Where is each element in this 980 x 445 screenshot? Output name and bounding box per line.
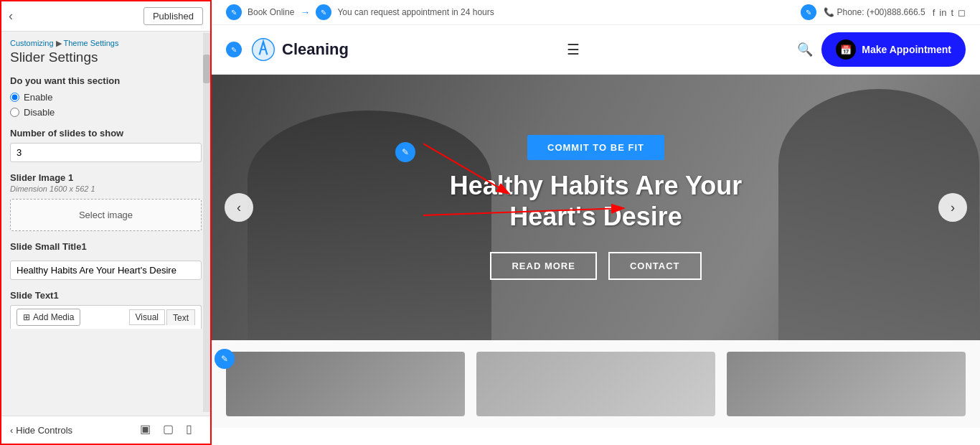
cards-section: ✎ [212, 340, 980, 428]
announce-edit-icon[interactable]: ✎ [316, 4, 331, 20]
announce-middle-text: You can request appointment in 24 hours [337, 7, 494, 17]
disable-radio-text: Disable [24, 107, 55, 118]
close-icon[interactable]: ‹ [9, 9, 13, 24]
phone-edit-icon[interactable]: ✎ [801, 4, 816, 20]
add-media-label: Add Media [33, 312, 74, 322]
card-1-image [226, 352, 465, 416]
slide-title-input[interactable]: Healthy Habits Are Your Heart's Desire [10, 261, 202, 280]
header-nav: ☰ [357, 41, 788, 58]
enable-radio-input[interactable] [10, 93, 19, 102]
logo-icon [250, 37, 276, 62]
slide-text-label: Slide Text1 [10, 290, 202, 301]
card-3-image [727, 352, 966, 416]
announcement-bar: ✎ Book Online → ✎ You can request appoin… [212, 0, 980, 25]
logo-area[interactable]: Cleaning [250, 37, 349, 62]
contact-button[interactable]: CONTACT [608, 252, 702, 280]
section-question-label: Do you want this section [10, 75, 202, 86]
calendar-icon: 📅 [836, 39, 856, 60]
breadcrumb-customizing[interactable]: Customizing [10, 39, 54, 47]
media-add-icon: ⊞ [23, 312, 30, 322]
hero-section: ‹ › ✎ COMMIT TO BE FIT Healthy Habits Ar… [212, 75, 980, 340]
facebook-icon[interactable]: f [933, 7, 936, 18]
make-appointment-button[interactable]: 📅 Make Appointment [821, 32, 966, 67]
book-online-edit-icon[interactable]: ✎ [226, 4, 242, 20]
hamburger-icon[interactable]: ☰ [567, 41, 580, 58]
editor-tabs: Visual Text [129, 309, 195, 325]
disable-radio-input[interactable] [10, 108, 19, 117]
make-appointment-label: Make Appointment [862, 44, 951, 55]
breadcrumb-theme-settings[interactable]: Theme Settings [63, 39, 118, 47]
read-more-button[interactable]: READ MORE [490, 252, 596, 280]
site-header: ✎ Cleaning ☰ 🔍 📅 Make Appointment [212, 25, 980, 75]
phone-text: 📞 Phone: (+00)888.666.5 [824, 7, 925, 17]
hero-prev-button[interactable]: ‹ [225, 193, 253, 222]
panel-bottom-bar: ‹ Hide Controls ▣ ▢ ▯ [1, 416, 210, 444]
card-1 [226, 352, 465, 416]
book-online-text: Book Online [248, 7, 294, 17]
enable-radio-group: Enable Disable [10, 92, 202, 118]
scrollbar-track[interactable] [203, 33, 210, 412]
hero-next-button[interactable]: › [938, 193, 967, 222]
hero-cta-buttons: READ MORE CONTACT [417, 252, 776, 280]
enable-radio-text: Enable [24, 92, 52, 103]
published-button[interactable]: Published [143, 7, 203, 25]
hide-controls-label: Hide Controls [16, 425, 72, 436]
header-edit-icon[interactable]: ✎ [226, 42, 242, 57]
enable-radio-label[interactable]: Enable [10, 92, 202, 103]
mobile-icon[interactable]: ▯ [186, 422, 202, 438]
website-preview: ✎ Book Online → ✎ You can request appoin… [212, 0, 980, 445]
hide-controls-button[interactable]: ‹ Hide Controls [10, 425, 72, 436]
monitor-icon[interactable]: ▣ [140, 422, 156, 438]
view-mode-icons: ▣ ▢ ▯ [140, 422, 202, 438]
customizer-panel: ‹ Published Customizing ▶ Theme Settings… [0, 0, 212, 445]
scrollbar-thumb[interactable] [203, 55, 210, 83]
slides-count-input[interactable]: 3 [10, 143, 202, 162]
announce-arrow: → [300, 6, 310, 18]
chevron-left-icon: ‹ [10, 425, 13, 436]
breadcrumb: Customizing ▶ Theme Settings [10, 32, 202, 50]
editor-toolbar: ⊞ Add Media Visual Text [10, 305, 202, 329]
panel-scroll-area[interactable]: Customizing ▶ Theme Settings Slider Sett… [1, 32, 210, 416]
panel-title: Slider Settings [10, 50, 202, 65]
cards-edit-icon[interactable]: ✎ [215, 349, 235, 369]
hero-content: ✎ COMMIT TO BE FIT Healthy Habits Are Yo… [417, 135, 776, 280]
logo-text: Cleaning [282, 40, 349, 59]
slide-small-title-label: Slide Small Title1 [10, 241, 202, 252]
card-2-image [476, 352, 715, 416]
card-2 [476, 352, 715, 416]
announce-right: ✎ 📞 Phone: (+00)888.666.5 f in t ◻ [801, 4, 966, 20]
hero-title: Healthy Habits Are Your Heart's Desire [417, 170, 776, 232]
instagram-icon[interactable]: ◻ [958, 7, 966, 18]
slider-image-title: Slider Image 1 [10, 172, 202, 183]
commit-to-be-fit-button[interactable]: COMMIT TO BE FIT [527, 135, 664, 160]
visual-tab-button[interactable]: Visual [129, 309, 165, 325]
social-icons: f in t ◻ [933, 7, 966, 18]
add-media-button[interactable]: ⊞ Add Media [17, 309, 80, 326]
text-tab-button[interactable]: Text [166, 309, 195, 325]
hero-content-inner: ✎ COMMIT TO BE FIT [417, 135, 776, 170]
hero-edit-icon[interactable]: ✎ [395, 142, 415, 162]
slides-count-label: Number of slides to show [10, 128, 202, 139]
slider-dimension-text: Dimension 1600 x 562 1 [10, 184, 202, 193]
disable-radio-label[interactable]: Disable [10, 107, 202, 118]
card-3 [727, 352, 966, 416]
twitter-icon[interactable]: t [951, 7, 953, 18]
panel-top-bar: ‹ Published [1, 1, 210, 32]
breadcrumb-sep: ▶ [56, 39, 62, 47]
search-icon[interactable]: 🔍 [797, 42, 813, 57]
tablet-icon[interactable]: ▢ [163, 422, 179, 438]
select-image-button[interactable]: Select image [10, 199, 202, 231]
slider-image-section: Slider Image 1 Dimension 1600 x 562 1 Se… [10, 172, 202, 231]
linkedin-icon[interactable]: in [939, 7, 946, 18]
